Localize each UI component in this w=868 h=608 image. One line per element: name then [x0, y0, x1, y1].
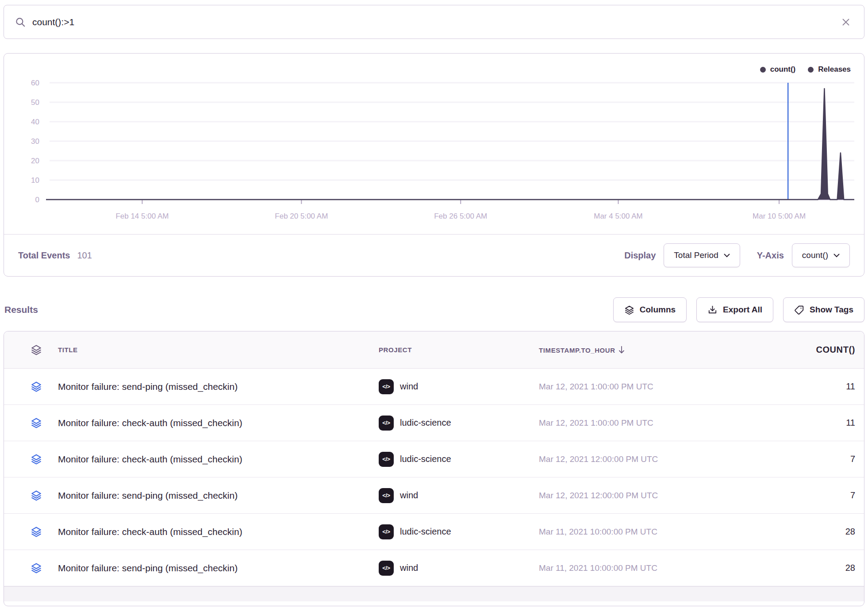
clear-search-icon[interactable] [838, 15, 853, 30]
svg-text:Mar 4 5:00 AM: Mar 4 5:00 AM [594, 212, 643, 220]
table-row: Monitor failure: check-auth (missed_chec… [4, 441, 864, 477]
project-name: wind [400, 381, 418, 392]
legend-dot-icon [808, 67, 814, 73]
legend-label: Releases [818, 65, 851, 74]
count-cell: 28 [767, 527, 864, 537]
column-header-project[interactable]: PROJECT [368, 346, 528, 354]
project-platform-icon: </> [379, 524, 394, 539]
stack-icon [4, 454, 47, 465]
timestamp-cell: Mar 12, 2021 12:00:00 PM UTC [528, 491, 767, 500]
events-chart-panel: count() Releases 0102030405060Feb 14 5:0… [4, 53, 864, 277]
columns-button-label: Columns [640, 305, 676, 315]
timestamp-cell: Mar 11, 2021 10:00:00 PM UTC [528, 563, 767, 573]
stack-icon [4, 381, 47, 393]
event-title-link[interactable]: Monitor failure: check-auth (missed_chec… [47, 454, 368, 465]
search-bar [4, 5, 864, 39]
table-footer-strip [4, 586, 864, 601]
svg-text:30: 30 [31, 137, 39, 146]
display-dropdown[interactable]: Total Period [664, 243, 740, 267]
count-cell: 11 [767, 418, 864, 428]
chart-legend: count() Releases [760, 65, 851, 74]
stack-icon [4, 562, 47, 574]
svg-text:40: 40 [31, 118, 39, 126]
column-header-timestamp-label: TIMESTAMP.TO_HOUR [539, 346, 615, 354]
sort-descending-arrow-icon [618, 346, 625, 354]
chart-footer: Total Events 101 Display Total Period Y-… [4, 234, 864, 276]
legend-item-releases[interactable]: Releases [808, 65, 851, 74]
project-name: ludic-science [400, 527, 451, 537]
project-name: ludic-science [400, 454, 451, 464]
project-name: ludic-science [400, 418, 451, 428]
search-icon [15, 16, 26, 28]
event-title-link[interactable]: Monitor failure: send-ping (missed_check… [47, 381, 368, 392]
yaxis-dropdown[interactable]: count() [792, 243, 850, 267]
table-header-row: TITLE PROJECT TIMESTAMP.TO_HOUR COUNT() [4, 331, 864, 369]
count-cell: 11 [767, 381, 864, 392]
project-cell: </>wind [368, 379, 528, 394]
chevron-down-icon [724, 254, 730, 258]
total-events-value: 101 [77, 250, 92, 261]
project-name: wind [400, 490, 418, 500]
tag-icon [794, 305, 804, 315]
results-bar: Results Columns Export All [4, 297, 864, 322]
yaxis-label: Y-Axis [757, 250, 784, 261]
project-platform-icon: </> [379, 416, 394, 431]
project-cell: </>ludic-science [368, 452, 528, 467]
stack-icon [4, 417, 47, 429]
chevron-down-icon [833, 254, 840, 258]
table-row: Monitor failure: check-auth (missed_chec… [4, 405, 864, 441]
search-input[interactable] [32, 17, 838, 27]
svg-text:10: 10 [31, 176, 39, 185]
display-label: Display [624, 250, 656, 261]
column-header-timestamp[interactable]: TIMESTAMP.TO_HOUR [528, 346, 767, 354]
event-title-link[interactable]: Monitor failure: check-auth (missed_chec… [47, 418, 368, 428]
svg-text:20: 20 [31, 157, 39, 165]
results-actions: Columns Export All Show Tags [613, 297, 864, 322]
total-events-label: Total Events [18, 250, 70, 261]
event-title-link[interactable]: Monitor failure: send-ping (missed_check… [47, 563, 368, 573]
stack-icon [4, 490, 47, 501]
export-download-icon [707, 305, 718, 315]
project-platform-icon: </> [379, 379, 394, 394]
timestamp-cell: Mar 12, 2021 1:00:00 PM UTC [528, 382, 767, 392]
event-title-link[interactable]: Monitor failure: check-auth (missed_chec… [47, 527, 368, 537]
table-row: Monitor failure: send-ping (missed_check… [4, 550, 864, 586]
project-cell: </>wind [368, 561, 528, 576]
export-all-button-label: Export All [723, 305, 762, 315]
project-name: wind [400, 563, 418, 573]
svg-text:Mar 10 5:00 AM: Mar 10 5:00 AM [753, 212, 806, 220]
events-over-time-chart: 0102030405060Feb 14 5:00 AMFeb 20 5:00 A… [4, 54, 864, 224]
export-all-button[interactable]: Export All [696, 297, 773, 322]
stack-icon[interactable] [4, 344, 47, 356]
discover-page: count() Releases 0102030405060Feb 14 5:0… [0, 0, 868, 608]
count-cell: 7 [767, 454, 864, 464]
table-row: Monitor failure: send-ping (missed_check… [4, 369, 864, 405]
columns-stack-icon [624, 305, 634, 315]
show-tags-button[interactable]: Show Tags [783, 297, 864, 322]
project-cell: </>wind [368, 488, 528, 503]
column-header-title[interactable]: TITLE [47, 346, 368, 354]
svg-text:Feb 26 5:00 AM: Feb 26 5:00 AM [434, 212, 487, 220]
project-cell: </>ludic-science [368, 524, 528, 539]
project-cell: </>ludic-science [368, 416, 528, 431]
svg-text:50: 50 [31, 98, 39, 107]
table-row: Monitor failure: send-ping (missed_check… [4, 477, 864, 514]
count-cell: 7 [767, 490, 864, 500]
legend-label: count() [770, 65, 796, 74]
display-dropdown-value: Total Period [674, 250, 718, 260]
svg-text:0: 0 [35, 196, 39, 204]
event-title-link[interactable]: Monitor failure: send-ping (missed_check… [47, 490, 368, 501]
show-tags-button-label: Show Tags [810, 305, 853, 315]
legend-dot-icon [760, 67, 766, 73]
column-header-count[interactable]: COUNT() [767, 345, 864, 355]
columns-button[interactable]: Columns [613, 297, 687, 322]
stack-icon [4, 526, 47, 538]
svg-text:Feb 20 5:00 AM: Feb 20 5:00 AM [275, 212, 328, 220]
results-title: Results [4, 304, 38, 315]
svg-text:60: 60 [31, 79, 39, 87]
table-row: Monitor failure: check-auth (missed_chec… [4, 514, 864, 550]
timestamp-cell: Mar 12, 2021 12:00:00 PM UTC [528, 454, 767, 464]
project-platform-icon: </> [379, 452, 394, 467]
timestamp-cell: Mar 12, 2021 1:00:00 PM UTC [528, 418, 767, 428]
legend-item-count[interactable]: count() [760, 65, 796, 74]
